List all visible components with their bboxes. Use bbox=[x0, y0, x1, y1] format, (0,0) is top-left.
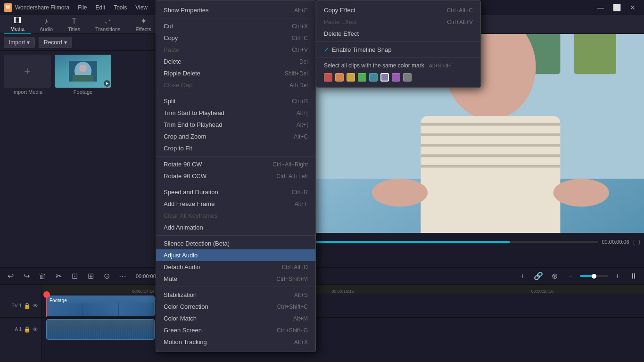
import-media-label: Import Media bbox=[12, 89, 42, 95]
tab-titles[interactable]: T Titles bbox=[61, 15, 87, 34]
menu-cut[interactable]: Cut Ctrl+X bbox=[156, 20, 315, 32]
menu-section-properties: Show Properties Alt+E bbox=[156, 2, 315, 18]
copy-button[interactable]: ⊞ bbox=[84, 270, 97, 283]
color-swatch-bluegray[interactable] bbox=[380, 73, 389, 82]
preview-time: 00:00:00:06 bbox=[602, 239, 629, 245]
lock-icon[interactable]: 🔒 bbox=[24, 303, 31, 309]
menu-close-gap: Close Gap Alt+Del bbox=[156, 79, 315, 91]
menu-color-match[interactable]: Color Match Alt+M bbox=[156, 313, 315, 324]
zoom-slider[interactable] bbox=[580, 275, 608, 277]
tab-media[interactable]: 🎞 Media bbox=[4, 15, 31, 34]
v1-text: BV 1 bbox=[11, 303, 22, 308]
menu-add-animation[interactable]: Add Animation bbox=[156, 222, 315, 233]
color-swatch-green[interactable] bbox=[358, 73, 366, 82]
zoom-in-button[interactable]: + bbox=[611, 270, 624, 283]
menu-file[interactable]: File bbox=[74, 2, 91, 13]
menu-stabilization[interactable]: Stabilization Alt+S bbox=[156, 289, 315, 301]
media-icon: 🎞 bbox=[14, 16, 21, 25]
lock-icon[interactable]: 🔒 bbox=[24, 326, 31, 333]
minimize-button[interactable]: — bbox=[593, 1, 608, 14]
menu-adjust-audio[interactable]: Adjust Audio bbox=[156, 249, 315, 261]
menu-tools[interactable]: Tools bbox=[110, 2, 131, 13]
video-clip[interactable]: Footage bbox=[46, 296, 155, 316]
tab-transitions[interactable]: ⇌ Transitions bbox=[89, 15, 127, 34]
footage-item[interactable]: ▶ Footage bbox=[55, 55, 111, 95]
submenu-enable-snap[interactable]: ✓ Enable Timeline Snap bbox=[316, 44, 480, 56]
menu-copy[interactable]: Copy Ctrl+C bbox=[156, 32, 315, 44]
eye-icon[interactable]: 👁 bbox=[33, 326, 38, 333]
audio-clip[interactable] bbox=[46, 319, 155, 340]
menu-rotate-ccw[interactable]: Rotate 90 CCW Ctrl+Alt+Left bbox=[156, 170, 315, 182]
record-button[interactable]: Record ▾ bbox=[39, 37, 72, 48]
context-menu: Show Properties Alt+E Cut Ctrl+X Copy Ct… bbox=[156, 0, 316, 352]
menu-rotate-cw[interactable]: Rotate 90 CW Ctrl+Alt+Right bbox=[156, 158, 315, 170]
tab-audio[interactable]: ♪ Audio bbox=[33, 15, 59, 34]
tab-effects[interactable]: ✦ Effects bbox=[129, 15, 157, 34]
color-swatch-teal[interactable] bbox=[369, 73, 378, 82]
magnet-button[interactable]: ⊛ bbox=[548, 270, 561, 283]
playhead-head bbox=[43, 291, 50, 298]
menu-mute[interactable]: Mute Ctrl+Shift+M bbox=[156, 273, 315, 285]
add-icon: + bbox=[24, 65, 31, 78]
color-mark-label: Select all clips with the same color mar… bbox=[324, 62, 424, 69]
svg-rect-12 bbox=[421, 144, 560, 147]
add-track-button[interactable]: + bbox=[516, 270, 529, 283]
submenu-paste-effect: Paste Effect Ctrl+Alt+V bbox=[316, 16, 480, 28]
close-button[interactable]: ✕ bbox=[625, 1, 640, 14]
menu-motion-tracking[interactable]: Motion Tracking Alt+X bbox=[156, 336, 315, 348]
menu-section-audio: Silence Detection (Beta) Adjust Audio De… bbox=[156, 236, 315, 287]
eye-icon[interactable]: 👁 bbox=[33, 303, 38, 309]
menu-section-clipboard: Cut Ctrl+X Copy Ctrl+C Paste Ctrl+V Dele… bbox=[156, 18, 315, 93]
menu-paste: Paste Ctrl+V bbox=[156, 44, 315, 56]
more-button[interactable]: ⋯ bbox=[116, 270, 129, 283]
show-properties-label: Show Properties bbox=[164, 7, 208, 14]
svg-rect-7 bbox=[574, 34, 616, 74]
color-swatch-purple[interactable] bbox=[392, 73, 400, 82]
pause-button[interactable]: ⏸ bbox=[627, 270, 640, 283]
menu-speed-duration[interactable]: Speed and Duration Ctrl+R bbox=[156, 186, 315, 198]
import-media-item[interactable]: + Import Media bbox=[4, 55, 51, 95]
menu-trim-end[interactable]: Trim End to Playhead Alt+] bbox=[156, 119, 315, 131]
cut-button[interactable]: ✂ bbox=[52, 270, 65, 283]
redo-button[interactable]: ↪ bbox=[20, 270, 33, 283]
menu-delete[interactable]: Delete Del bbox=[156, 56, 315, 67]
menu-view[interactable]: View bbox=[132, 2, 151, 13]
color-swatch-orange[interactable] bbox=[335, 73, 344, 82]
timeline-toolbar: ↩ ↪ 🗑 ✂ ⊡ ⊞ ⊙ ⋯ 00:00:00:00 00:00:02:02 … bbox=[0, 268, 644, 285]
undo-button[interactable]: ↩ bbox=[4, 270, 17, 283]
menu-trim-start[interactable]: Trim Start to Playhead Alt+[ bbox=[156, 107, 315, 119]
play-indicator-icon: ▶ bbox=[104, 80, 110, 87]
submenu-delete-effect[interactable]: Delete Effect bbox=[316, 28, 480, 40]
menu-silence-detection[interactable]: Silence Detection (Beta) bbox=[156, 238, 315, 249]
menu-edit[interactable]: Edit bbox=[92, 2, 109, 13]
submenu-section-color-mark: Select all clips with the same color mar… bbox=[316, 58, 480, 85]
link-button[interactable]: 🔗 bbox=[532, 270, 545, 283]
footage-label: Footage bbox=[74, 89, 92, 95]
menu-show-properties[interactable]: Show Properties Alt+E bbox=[156, 4, 315, 16]
color-swatch-yellow[interactable] bbox=[347, 73, 355, 82]
menu-split[interactable]: Split Ctrl+B bbox=[156, 95, 315, 107]
track-area: 00:00:14:14 00:00:16:16 00:00:18:18 Foot… bbox=[41, 285, 644, 362]
delete-button[interactable]: 🗑 bbox=[36, 270, 49, 283]
crop-button[interactable]: ⊡ bbox=[68, 270, 81, 283]
tab-media-label: Media bbox=[10, 26, 25, 32]
menu-detach-audio[interactable]: Detach Audio Ctrl+Alt+D bbox=[156, 261, 315, 273]
import-button[interactable]: Import ▾ bbox=[4, 37, 35, 48]
zoom-out-button[interactable]: − bbox=[564, 270, 577, 283]
maximize-button[interactable]: ⬜ bbox=[609, 1, 624, 14]
submenu-copy-effect[interactable]: Copy Effect Ctrl+Alt+C bbox=[316, 4, 480, 16]
menu-color-correction[interactable]: Color Correction Ctrl+Shift+C bbox=[156, 301, 315, 313]
playhead[interactable] bbox=[46, 294, 47, 317]
color-swatch-gray[interactable] bbox=[403, 73, 412, 82]
menu-ripple-delete[interactable]: Ripple Delete Shift+Del bbox=[156, 67, 315, 79]
color-swatches bbox=[316, 71, 480, 83]
menu-crop-fit[interactable]: Crop to Fit bbox=[156, 142, 315, 154]
waveform bbox=[47, 330, 154, 339]
ruler-time-3: 00:00:18:18 bbox=[443, 289, 642, 294]
menu-bar: File Edit Tools View bbox=[74, 2, 151, 13]
color-swatch-red[interactable] bbox=[324, 73, 332, 82]
menu-crop-zoom[interactable]: Crop and Zoom Alt+C bbox=[156, 131, 315, 142]
menu-green-screen[interactable]: Green Screen Ctrl+Shift+G bbox=[156, 324, 315, 336]
menu-freeze-frame[interactable]: Add Freeze Frame Alt+F bbox=[156, 198, 315, 210]
transform-button[interactable]: ⊙ bbox=[100, 270, 113, 283]
